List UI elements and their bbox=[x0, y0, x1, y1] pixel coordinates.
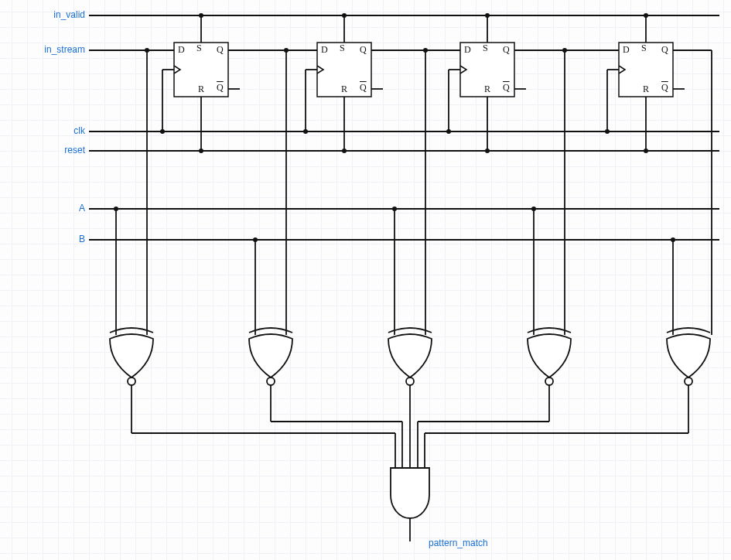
svg-point-49 bbox=[253, 237, 258, 242]
xnor-gates bbox=[110, 48, 712, 385]
xnor-to-and-wires bbox=[132, 385, 688, 468]
ff3-Qbar: Q bbox=[503, 82, 510, 94]
svg-point-41 bbox=[644, 149, 648, 153]
svg-point-57 bbox=[531, 207, 536, 211]
ff4-Q: Q bbox=[661, 44, 668, 56]
svg-point-18 bbox=[342, 13, 347, 18]
ff3-S: S bbox=[483, 43, 488, 54]
svg-point-45 bbox=[114, 207, 118, 211]
svg-point-59 bbox=[562, 48, 567, 53]
ff2-R: R bbox=[341, 84, 347, 95]
ff4-R: R bbox=[643, 84, 649, 95]
svg-point-23 bbox=[342, 149, 347, 153]
ff1-D: D bbox=[178, 44, 185, 56]
svg-point-61 bbox=[671, 237, 675, 242]
ff2-D: D bbox=[321, 44, 328, 56]
ff2-Q: Q bbox=[360, 44, 367, 56]
ff4-S: S bbox=[641, 43, 647, 54]
ff4-D: D bbox=[623, 44, 630, 56]
svg-point-51 bbox=[284, 48, 289, 53]
svg-point-32 bbox=[485, 149, 490, 153]
svg-point-36 bbox=[644, 13, 648, 18]
svg-point-53 bbox=[392, 207, 397, 211]
svg-point-39 bbox=[605, 129, 610, 134]
and-gate bbox=[391, 468, 429, 541]
ff4-Qbar: Q bbox=[661, 82, 668, 94]
svg-point-27 bbox=[485, 13, 490, 18]
svg-point-21 bbox=[303, 129, 308, 134]
svg-point-55 bbox=[423, 48, 428, 53]
ff3-Q: Q bbox=[503, 44, 510, 56]
ff3-D: D bbox=[464, 44, 471, 56]
schematic-canvas: in_valid in_stream clk reset A B pattern… bbox=[0, 0, 731, 560]
ff3-R: R bbox=[484, 84, 490, 95]
ff1-Qbar: Q bbox=[217, 82, 224, 94]
svg-point-12 bbox=[160, 129, 165, 134]
ff1-Q: Q bbox=[217, 44, 224, 56]
ff2-Qbar: Q bbox=[360, 82, 367, 94]
svg-point-14 bbox=[199, 149, 203, 153]
ff1-S: S bbox=[196, 43, 202, 54]
ff1-R: R bbox=[198, 84, 204, 95]
svg-point-47 bbox=[145, 48, 149, 53]
svg-point-30 bbox=[446, 129, 451, 134]
ff2-S: S bbox=[340, 43, 345, 54]
svg-point-9 bbox=[199, 13, 203, 18]
